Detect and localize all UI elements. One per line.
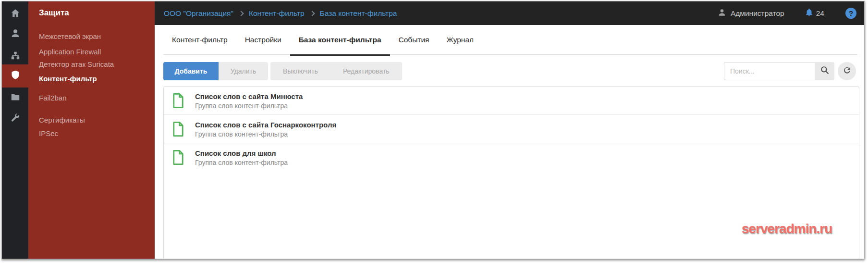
search-input[interactable]	[724, 62, 815, 80]
tab-content-filter[interactable]: Контент-фильтр	[163, 25, 236, 55]
user-label: Администратор	[731, 9, 784, 18]
watermark: serveradmin.ru	[742, 221, 832, 237]
rail-item-dashboard[interactable]	[2, 3, 28, 25]
sidebar-section-title: Защита	[39, 8, 69, 18]
sidebar-item-certificates[interactable]: Сертификаты	[39, 115, 85, 125]
sidebar-item-suricata[interactable]: Детектор атак Suricata	[39, 59, 114, 70]
main-content: Контент-фильтр Настройки База контент-фи…	[155, 25, 864, 259]
breadcrumb: ООО "Организация" Контент-фильтр База ко…	[164, 9, 397, 18]
list-item-title: Список слов для школ	[195, 149, 276, 157]
screenshot-stage: Защита Межсетевой экран Application Fire…	[0, 0, 868, 263]
topbar-right: Администратор 24 ?	[717, 8, 856, 19]
network-icon	[10, 50, 21, 63]
breadcrumb-content-filter[interactable]: Контент-фильтр	[249, 9, 305, 18]
breadcrumb-organization[interactable]: ООО "Организация"	[164, 9, 233, 18]
wrench-icon	[10, 113, 21, 125]
sidebar-item-firewall[interactable]: Межсетевой экран	[39, 31, 101, 42]
home-icon	[10, 8, 21, 20]
tab-events[interactable]: События	[390, 25, 438, 55]
list-item-title: Список слов с сайта Госнаркоконтроля	[195, 121, 336, 129]
app-window: Защита Межсетевой экран Application Fire…	[1, 1, 865, 259]
folder-icon	[10, 92, 21, 104]
help-button[interactable]: ?	[845, 8, 856, 19]
list-item-subtitle: Группа слов контент-фильтра	[195, 102, 288, 110]
refresh-icon	[843, 66, 852, 77]
search-button[interactable]	[815, 62, 834, 80]
shield-icon	[10, 70, 21, 82]
file-icon	[172, 121, 184, 139]
question-mark-icon: ?	[849, 9, 853, 17]
rail-item-security[interactable]	[2, 64, 28, 88]
sidebar-item-content-filter[interactable]: Контент-фильтр	[39, 74, 97, 84]
rail-item-users[interactable]	[2, 23, 28, 45]
file-icon	[172, 150, 184, 167]
tab-settings[interactable]: Настройки	[236, 25, 290, 55]
edit-button[interactable]: Редактировать	[330, 62, 402, 80]
sidebar: Защита Межсетевой экран Application Fire…	[28, 1, 155, 259]
rail-item-files[interactable]	[2, 87, 28, 109]
topbar: ООО "Организация" Контент-фильтр База ко…	[155, 1, 864, 25]
refresh-button[interactable]	[838, 62, 856, 80]
chevron-right-icon	[309, 11, 315, 16]
sidebar-item-ipsec[interactable]: IPSec	[39, 128, 58, 139]
bell-icon	[805, 8, 814, 19]
notification-count: 24	[816, 9, 824, 18]
disable-button[interactable]: Выключить	[270, 62, 330, 80]
tab-bar: Контент-фильтр Настройки База контент-фи…	[163, 25, 857, 55]
user-icon	[717, 8, 727, 19]
delete-button[interactable]: Удалить	[219, 62, 268, 80]
tab-journal[interactable]: Журнал	[438, 25, 483, 55]
sidebar-item-fail2ban[interactable]: Fail2ban	[39, 93, 67, 103]
users-icon	[10, 28, 21, 40]
user-menu[interactable]: Администратор	[717, 8, 784, 19]
toolbar-button-group: Выключить Редактировать	[270, 62, 402, 80]
list-item-title: Список слов с сайта Минюста	[195, 92, 303, 100]
list-item-subtitle: Группа слов контент-фильтра	[195, 130, 288, 138]
list-item-subtitle: Группа слов контент-фильтра	[195, 159, 288, 166]
icon-rail	[2, 1, 28, 259]
notifications-button[interactable]: 24	[805, 8, 824, 19]
file-icon	[172, 93, 184, 111]
sidebar-item-app-firewall[interactable]: Application Firewall	[39, 47, 101, 57]
search-area	[724, 62, 856, 80]
tab-filter-base[interactable]: База контент-фильтра	[290, 25, 390, 55]
rail-item-services[interactable]	[2, 108, 28, 130]
chevron-right-icon	[238, 11, 244, 16]
toolbar: Добавить Удалить Выключить Редактировать	[163, 62, 856, 80]
breadcrumb-filter-base[interactable]: База контент-фильтра	[320, 9, 397, 18]
list-item[interactable]: Список слов с сайта Минюста Группа слов …	[164, 87, 859, 115]
search-icon	[820, 65, 830, 77]
list-item[interactable]: Список слов с сайта Госнаркоконтроля Гру…	[164, 115, 859, 143]
list-item[interactable]: Список слов для школ Группа слов контент…	[164, 143, 859, 172]
add-button[interactable]: Добавить	[163, 62, 219, 80]
